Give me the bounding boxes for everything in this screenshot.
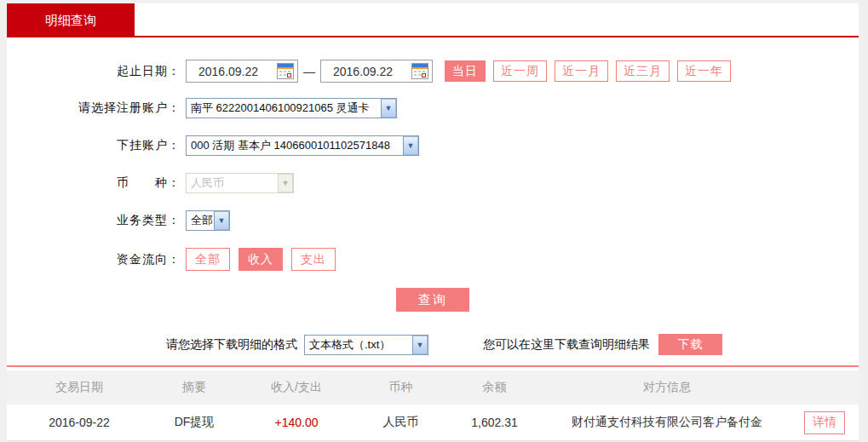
- download-format-label: 请您选择下载明细的格式: [166, 337, 297, 353]
- end-date-input[interactable]: 2016.09.22: [320, 60, 433, 83]
- detail-button[interactable]: 详情: [804, 411, 845, 434]
- currency-label: 币 种：: [7, 175, 186, 191]
- form-table-divider: [7, 365, 859, 367]
- cell-transaction-date: 2016-09-22: [7, 416, 152, 429]
- start-date-value: 2016.09.22: [198, 65, 277, 78]
- business-type-row: 业务类型： 全部 ▼: [7, 210, 859, 231]
- download-hint-text: 您可以在这里下载查询明细结果: [483, 337, 650, 353]
- registered-account-label: 请选择注册账户：: [7, 100, 186, 116]
- currency-row: 币 种： 人民币 ▼: [7, 173, 859, 193]
- fund-flow-label: 资金流向：: [7, 252, 186, 267]
- chevron-down-icon[interactable]: ▼: [403, 136, 418, 155]
- chevron-down-icon[interactable]: ▼: [214, 211, 229, 230]
- chevron-down-icon: ▼: [278, 174, 293, 192]
- download-row: 请您选择下载明细的格式 文本格式（.txt） ▼ 您可以在这里下载查询明细结果 …: [7, 334, 859, 355]
- quick-button-last-3-months[interactable]: 近三月: [616, 60, 670, 82]
- date-quick-buttons: 当日 近一周 近一月 近三月 近一年: [445, 60, 739, 82]
- fund-flow-income-button[interactable]: 收入: [239, 248, 283, 271]
- quick-button-last-year[interactable]: 近一年: [677, 60, 731, 82]
- fund-flow-expense-button[interactable]: 支出: [291, 248, 336, 271]
- currency-select: 人民币 ▼: [186, 173, 294, 193]
- business-type-select[interactable]: 全部 ▼: [186, 210, 230, 231]
- sub-account-row: 下挂账户： 000 活期 基本户 1406600101102571848 ▼: [7, 135, 859, 156]
- quick-button-today[interactable]: 当日: [445, 60, 486, 82]
- results-table: 交易日期 摘要 收入/支出 币种 余额 对方信息 2016-09-22 DF提现…: [7, 370, 859, 441]
- fund-flow-row: 资金流向： 全部 收入 支出: [7, 248, 859, 271]
- query-form: 起止日期： 2016.09.22 — 2016.09.22: [7, 37, 859, 367]
- start-date-input[interactable]: 2016.09.22: [186, 60, 298, 83]
- header-currency: 币种: [356, 380, 445, 395]
- sub-account-select[interactable]: 000 活期 基本户 1406600101102571848 ▼: [186, 135, 419, 156]
- registered-account-row: 请选择注册账户： 南平 6222001406100921065 灵通卡 ▼: [7, 98, 859, 118]
- calendar-icon[interactable]: [411, 63, 428, 79]
- header-balance: 余额: [445, 380, 543, 395]
- quick-button-last-week[interactable]: 近一周: [493, 60, 547, 82]
- date-range-row: 起止日期： 2016.09.22 — 2016.09.22: [7, 60, 859, 83]
- header-summary: 摘要: [152, 380, 237, 395]
- header-counterparty: 对方信息: [543, 380, 790, 395]
- chevron-down-icon[interactable]: ▼: [412, 336, 428, 354]
- table-header-row: 交易日期 摘要 收入/支出 币种 余额 对方信息: [7, 370, 859, 405]
- tab-bar: 明细查询: [7, 3, 859, 37]
- download-button[interactable]: 下载: [658, 334, 722, 355]
- cell-currency: 人民币: [356, 415, 445, 430]
- cell-summary: DF提现: [152, 415, 237, 430]
- date-range-label: 起止日期：: [7, 64, 186, 79]
- registered-account-value: 南平 6222001406100921065 灵通卡: [187, 100, 381, 116]
- currency-value: 人民币: [187, 175, 278, 191]
- quick-button-last-month[interactable]: 近一月: [555, 60, 608, 82]
- cell-amount: +140.00: [237, 416, 356, 429]
- download-format-select[interactable]: 文本格式（.txt） ▼: [304, 335, 428, 355]
- business-type-value: 全部: [187, 213, 214, 228]
- end-date-value: 2016.09.22: [333, 65, 411, 78]
- date-separator: —: [303, 65, 315, 78]
- registered-account-select[interactable]: 南平 6222001406100921065 灵通卡 ▼: [186, 98, 397, 118]
- chevron-down-icon[interactable]: ▼: [381, 99, 396, 118]
- cell-actions: 详情: [790, 411, 859, 434]
- download-format-value: 文本格式（.txt）: [305, 337, 412, 353]
- fund-flow-all-button[interactable]: 全部: [186, 248, 230, 271]
- query-button-row: 查询: [7, 288, 859, 312]
- calendar-icon[interactable]: [277, 63, 294, 79]
- tab-detail-query[interactable]: 明细查询: [7, 3, 135, 37]
- cell-balance: 1,602.31: [445, 416, 543, 429]
- table-row: 2016-09-22 DF提现 +140.00 人民币 1,602.31 财付通…: [7, 405, 859, 441]
- header-income-expense: 收入/支出: [237, 380, 356, 395]
- header-transaction-date: 交易日期: [7, 380, 152, 395]
- fund-flow-buttons: 全部 收入 支出: [186, 248, 344, 271]
- sub-account-label: 下挂账户：: [7, 138, 186, 153]
- business-type-label: 业务类型：: [7, 213, 186, 228]
- query-button[interactable]: 查询: [396, 288, 469, 312]
- sub-account-value: 000 活期 基本户 1406600101102571848: [187, 138, 403, 153]
- cell-counterparty: 财付通支付科技有限公司客户备付金: [543, 415, 790, 430]
- main-panel: 明细查询 起止日期： 2016.09.22 —: [7, 3, 859, 440]
